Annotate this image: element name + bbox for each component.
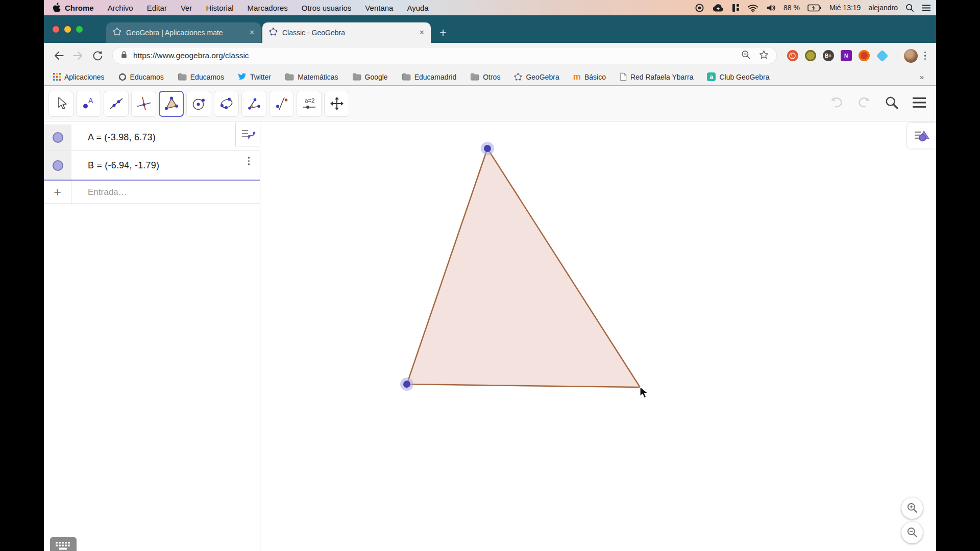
bookmark-label: Educamos [190,73,224,81]
notification-center-icon[interactable] [922,4,931,12]
b-plus-extension-icon[interactable]: B+ [823,50,834,61]
tab-title: GeoGebra | Aplicaciones mate [126,29,245,37]
tool-polygon[interactable] [159,91,184,117]
onenote-extension-icon[interactable]: N [841,50,852,61]
visibility-toggle-B[interactable] [53,160,63,171]
menu-item-archivo[interactable]: Archivo [108,4,133,12]
zoom-in-button[interactable] [901,497,923,519]
algebra-row-B[interactable]: B = (-6.94, -1.79) [44,151,260,180]
blue-diamond-extension-icon[interactable] [876,49,888,62]
tab-geogebra-home[interactable]: GeoGebra | Aplicaciones mate × [106,22,261,43]
triangle-drawing[interactable] [260,121,936,551]
profile-avatar[interactable] [904,49,918,63]
bookmark-red-rafaela-ybarra[interactable]: Red Rafaela Ybarra [620,72,693,81]
orange-extension-icon[interactable] [859,50,870,61]
volume-icon[interactable] [766,4,776,12]
bookmark-básico[interactable]: mBásico [573,73,606,81]
menu-item-ventana[interactable]: Ventana [365,4,393,12]
zoom-out-button[interactable] [901,522,923,543]
chrome-addressbar: https://www.geogebra.org/classic B+ N [44,43,936,68]
input-placeholder[interactable]: Entrada… [88,187,127,197]
folder-icon [285,73,294,81]
tool-circle-with-center[interactable] [186,91,211,117]
tool-perpendicular-line[interactable] [131,91,156,117]
undo-icon[interactable] [829,96,844,111]
menu-item-ver[interactable]: Ver [181,4,192,12]
menu-item-historial[interactable]: Historial [206,4,233,12]
visibility-toggle-A[interactable] [53,132,63,143]
redo-icon[interactable] [856,96,872,111]
twitter-icon [238,73,247,81]
tool-slider[interactable]: a=2 [297,91,322,117]
tool-reflect-about-line[interactable] [269,91,294,117]
row-B-menu-icon[interactable] [248,157,250,165]
menu-item-ayuda[interactable]: Ayuda [407,4,428,12]
point-A[interactable] [484,145,491,152]
virtual-keyboard-button[interactable] [50,537,77,551]
search-icon[interactable] [884,95,899,112]
bookmark-club-geogebra[interactable]: aClub GeoGebra [707,72,769,81]
bookmark-otros[interactable]: Otros [470,73,500,81]
bookmark-label: Educamos [130,73,164,81]
bookmark-educamos[interactable]: Educamos [178,73,224,81]
chrome-menu-icon[interactable] [924,52,926,60]
tool-move-graphics-view[interactable] [324,91,349,117]
secure-lock-icon[interactable] [120,50,128,62]
wifi-icon[interactable] [747,4,758,12]
bookmark-google[interactable]: Google [352,73,388,81]
fullscreen-window-button[interactable] [76,26,83,33]
forward-button[interactable] [69,47,87,64]
close-window-button[interactable] [53,26,59,33]
menu-item-chrome[interactable]: Chrome [65,4,94,12]
algebra-input-row[interactable]: + Entrada… [44,181,260,204]
duckduckgo-extension-icon[interactable] [787,50,798,61]
tool-point[interactable]: A [76,91,101,117]
bookmark-twitter[interactable]: Twitter [238,73,271,81]
page-zoom-icon[interactable] [741,49,751,62]
bookmark-educamos[interactable]: Educamos [118,73,164,81]
url-text[interactable]: https://www.geogebra.org/classic [133,51,736,60]
cloud-upload-icon[interactable] [712,3,724,12]
bookmark-aplicaciones[interactable]: Aplicaciones [53,73,105,81]
bookmark-educamadrid[interactable]: Educamadrid [402,73,457,81]
bookmark-star-icon[interactable] [758,49,769,62]
algebra-row-B-text[interactable]: B = (-6.94, -1.79) [88,160,159,171]
main-menu-icon[interactable] [912,96,927,111]
menubar-user[interactable]: alejandro [868,4,898,12]
algebra-row-A-text[interactable]: A = (-3.98, 6.73) [88,132,156,143]
graphics-stylebar-button[interactable] [907,123,936,148]
tab-close-icon[interactable]: × [250,28,254,37]
menu-item-otros-usuarios[interactable]: Otros usuarios [302,4,352,12]
point-B[interactable] [403,381,410,388]
screen-record-icon[interactable] [695,3,704,13]
omnibox[interactable]: https://www.geogebra.org/classic [112,47,777,64]
menu-item-marcadores[interactable]: Marcadores [248,4,288,12]
tab-close-icon[interactable]: × [420,28,424,37]
tool-angle[interactable] [241,91,266,117]
add-input-plus[interactable]: + [44,181,71,204]
menubar-clock[interactable]: Mié 13:19 [829,4,861,12]
spotlight-search-icon[interactable] [905,4,914,12]
omnibox-actions [741,49,769,62]
bookmark-label: Red Rafaela Ybarra [630,73,693,81]
algebra-stylebar-button[interactable] [235,122,260,146]
tool-line[interactable] [104,91,129,117]
minimize-window-button[interactable] [64,26,71,33]
tool-move[interactable] [48,91,74,117]
algebra-row-A[interactable]: A = (-3.98, 6.73) [44,124,260,151]
graphics-view[interactable] [260,121,936,551]
tab-geogebra-classic[interactable]: Classic - GeoGebra × [262,22,431,43]
new-tab-button[interactable]: + [435,25,451,40]
olive-extension-icon[interactable] [805,50,816,61]
toolbar-right-actions [829,86,927,121]
back-button[interactable] [50,47,67,64]
bookmark-matemáticas[interactable]: Matemáticas [285,73,338,81]
menu-item-editar[interactable]: Editar [147,4,167,12]
bookmarks-overflow-chevron[interactable]: » [920,72,927,81]
apple-icon[interactable] [52,3,61,13]
tool-conic-through-points[interactable] [214,91,239,117]
magnet-icon[interactable] [732,4,740,12]
reload-button[interactable] [89,47,106,64]
bookmark-geogebra[interactable]: GeoGebra [514,73,559,81]
polygon-preview[interactable] [407,148,640,387]
